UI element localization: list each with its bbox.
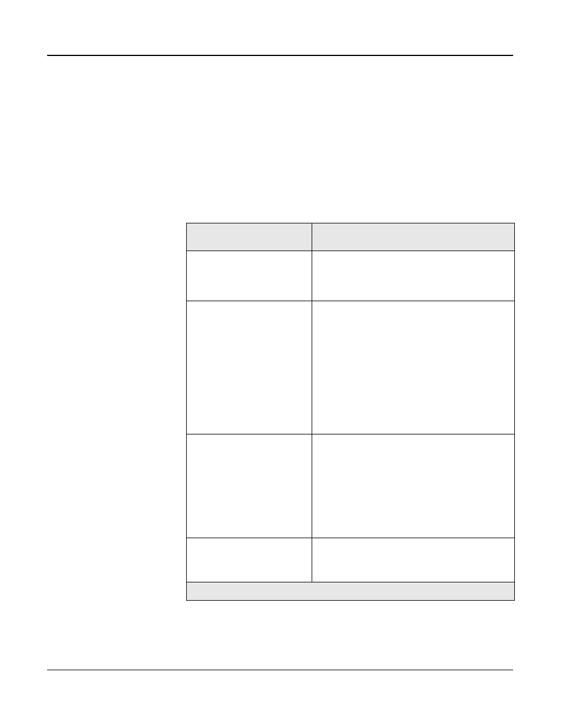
table-row [187,538,515,582]
table-cell [312,301,515,434]
footer-rule [47,670,513,670]
table-footer-cell [187,582,515,601]
table-container [186,223,514,601]
table-cell [312,251,515,301]
table-cell [187,301,312,434]
table-row [187,251,515,301]
table-header-row [187,223,515,251]
table-footer-row [187,582,515,601]
table-row [187,434,515,538]
table-cell [312,434,515,538]
table-cell [187,538,312,582]
table-row [187,301,515,434]
data-table [186,223,515,601]
page [0,0,562,728]
header-rule [47,55,513,56]
table-cell [187,251,312,301]
table-cell [312,538,515,582]
table-header-col1 [187,223,312,251]
table-cell [187,434,312,538]
table-header-col2 [312,223,515,251]
